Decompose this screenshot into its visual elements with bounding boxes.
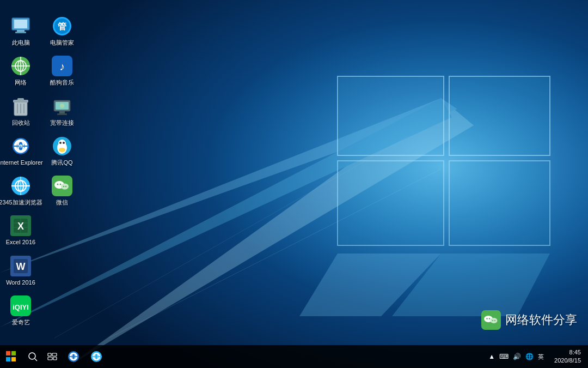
desktop-icon-this-pc[interactable]: 此电脑 — [1, 12, 40, 50]
svg-rect-12 — [450, 162, 549, 244]
svg-rect-89 — [53, 357, 57, 360]
network-label: 网络 — [15, 79, 27, 86]
ie-label: Internet Explorer — [0, 159, 43, 166]
svg-text:W: W — [16, 261, 26, 272]
svg-rect-87 — [52, 353, 57, 356]
svg-point-63 — [61, 184, 69, 190]
icon-row-3: e Internet Explorer — [0, 131, 83, 171]
desktop-icon-qq[interactable]: 腾讯QQ — [42, 132, 82, 170]
iqiyi-label: 爱奇艺 — [12, 318, 30, 326]
desktop-icon-kuwo-music[interactable]: ♪ 酷狗音乐 — [42, 52, 82, 89]
watermark-wechat-icon — [481, 310, 501, 330]
tray-keyboard-icon[interactable]: ⌨ — [498, 352, 510, 361]
system-clock[interactable]: 8:45 2020/8/15 — [550, 347, 585, 366]
network-icon — [10, 55, 32, 77]
desktop-icons-area: 此电脑 管 电脑管家 — [0, 5, 83, 336]
desktop-icon-browser2345[interactable]: 2345加速浏览器 — [1, 172, 40, 209]
taskbar: ▲ ⌨ 🔊 🌐 英 8:45 2020/8/15 — [0, 345, 588, 368]
pc-manager-label: 电脑管家 — [50, 39, 74, 46]
icon-row-5: X Excel 2016 — [0, 210, 83, 250]
tray-lang-icon[interactable]: 英 — [536, 352, 546, 362]
task-view-button[interactable] — [42, 345, 62, 368]
svg-rect-86 — [48, 353, 51, 356]
excel-label: Excel 2016 — [6, 238, 35, 246]
kuwo-music-icon: ♪ — [51, 55, 73, 77]
word-label: Word 2016 — [6, 279, 35, 286]
word-icon: W — [10, 255, 32, 277]
clock-time: 8:45 — [554, 348, 581, 357]
icon-placeholder-row5 — [41, 210, 81, 250]
svg-point-83 — [494, 320, 495, 321]
desktop: 此电脑 管 电脑管家 — [0, 0, 588, 368]
svg-text:♪: ♪ — [59, 61, 65, 73]
icon-row-6: W Word 2016 — [0, 251, 83, 291]
svg-point-53 — [59, 148, 65, 152]
svg-rect-10 — [450, 77, 549, 154]
desktop-icon-excel[interactable]: X Excel 2016 — [1, 212, 40, 249]
svg-rect-40 — [57, 113, 67, 115]
start-button[interactable] — [0, 345, 23, 368]
desktop-icon-pc-manager[interactable]: 管 电脑管家 — [42, 12, 82, 50]
tray-volume-icon[interactable]: 🔊 — [511, 352, 523, 361]
svg-text:管: 管 — [58, 22, 66, 31]
task-view-icon — [47, 352, 57, 361]
svg-point-84 — [29, 353, 35, 359]
desktop-icon-iqiyi[interactable]: iQIYI 爱奇艺 — [1, 292, 40, 329]
svg-point-51 — [59, 142, 62, 144]
recycle-bin-label: 回收站 — [12, 119, 30, 126]
icon-row-0: 此电脑 管 电脑管家 — [0, 11, 83, 51]
svg-text:iQIYI: iQIYI — [13, 303, 29, 311]
recycle-bin-icon — [10, 95, 32, 117]
browser2345-label: 2345加速浏览器 — [0, 198, 42, 206]
taskbar-ie-svg — [67, 350, 80, 363]
svg-point-62 — [60, 184, 62, 185]
desktop-icon-ie[interactable]: e Internet Explorer — [1, 132, 40, 170]
svg-rect-88 — [48, 357, 52, 360]
tray-network-icon[interactable]: 🌐 — [524, 352, 535, 361]
svg-point-61 — [57, 184, 59, 185]
svg-rect-18 — [14, 20, 27, 28]
svg-rect-33 — [17, 98, 24, 100]
icon-row-1: 网络 ♪ 酷狗音乐 — [0, 51, 83, 91]
svg-point-52 — [63, 142, 65, 144]
svg-line-85 — [35, 359, 37, 361]
svg-point-81 — [491, 318, 498, 323]
svg-rect-19 — [17, 30, 24, 32]
svg-point-41 — [60, 104, 64, 108]
svg-point-82 — [492, 320, 493, 321]
desktop-icon-recycle-bin[interactable]: 回收站 — [1, 92, 40, 130]
qq-icon — [51, 135, 73, 157]
excel-icon: X — [10, 215, 32, 237]
icon-row-2: 回收站 宽带连接 — [0, 91, 83, 131]
svg-rect-39 — [59, 111, 65, 113]
desktop-icon-network[interactable]: 网络 — [1, 52, 40, 89]
windows-logo-icon — [6, 351, 17, 362]
taskbar-ie2-icon[interactable] — [85, 345, 108, 368]
kuwo-music-label: 酷狗音乐 — [50, 79, 74, 86]
svg-rect-9 — [339, 77, 443, 154]
wechat-icon — [51, 175, 73, 197]
taskbar-ie2-svg — [90, 350, 103, 363]
svg-rect-11 — [339, 162, 443, 244]
desktop-icon-word[interactable]: W Word 2016 — [1, 252, 40, 289]
iqiyi-icon: iQIYI — [10, 295, 32, 317]
svg-point-65 — [65, 186, 66, 187]
browser2345-icon — [10, 175, 32, 197]
svg-point-50 — [58, 140, 66, 147]
taskbar-pinned-apps — [62, 345, 108, 368]
desktop-icon-wechat[interactable]: 微信 — [42, 172, 82, 209]
ie-icon: e — [10, 135, 32, 157]
taskbar-ie-icon[interactable] — [62, 345, 85, 368]
search-icon — [28, 352, 38, 361]
watermark: 网络软件分享 — [481, 310, 577, 330]
icon-row-4: 2345加速浏览器 微信 — [0, 171, 83, 210]
svg-point-80 — [489, 318, 491, 319]
icon-placeholder-row6 — [41, 251, 81, 291]
tray-arrow-icon[interactable]: ▲ — [487, 352, 497, 361]
desktop-icon-broadband[interactable]: 宽带连接 — [42, 92, 82, 130]
taskbar-search-button[interactable] — [23, 345, 42, 368]
watermark-text: 网络软件分享 — [505, 312, 577, 328]
clock-date: 2020/8/15 — [554, 357, 581, 365]
system-tray: ▲ ⌨ 🔊 🌐 英 8:45 2020/8/15 — [487, 347, 588, 366]
svg-point-79 — [486, 318, 488, 319]
